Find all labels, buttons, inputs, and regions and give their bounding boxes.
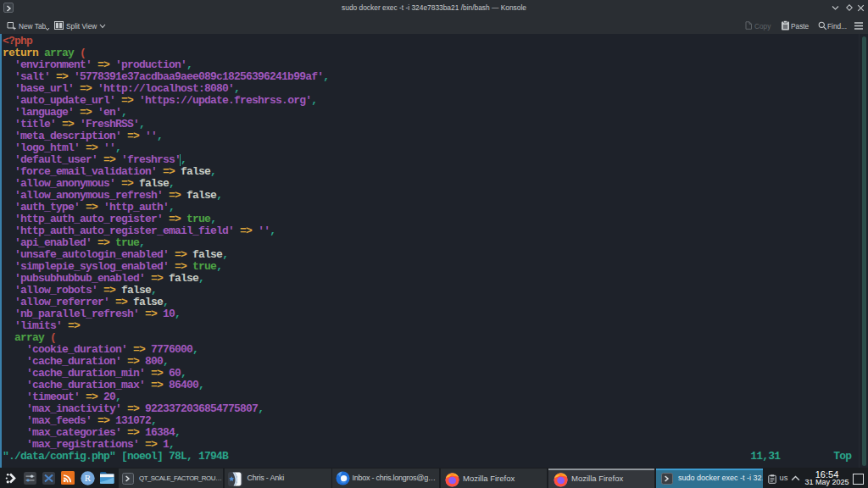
svg-text:R: R [85,473,92,483]
